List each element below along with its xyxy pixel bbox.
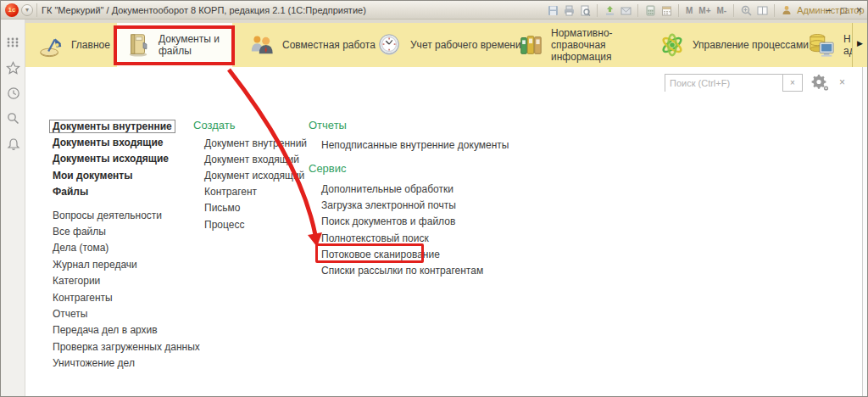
- print-preview-icon[interactable]: [579, 4, 591, 16]
- report-item-nepodpisannye[interactable]: Неподписанные внутренние документы: [321, 137, 509, 153]
- create-item-pismo[interactable]: Письмо: [204, 200, 307, 216]
- search-icon[interactable]: [6, 111, 20, 126]
- nav-item-vse-fajly[interactable]: Все файлы: [53, 223, 200, 239]
- vertical-scrollbar[interactable]: [862, 67, 868, 397]
- search-field-wrap: [665, 74, 782, 92]
- divider: [678, 4, 679, 17]
- calculator-icon[interactable]: [644, 4, 656, 16]
- service-item-dopolnitelnye-obrabotki[interactable]: Дополнительные обработки: [321, 181, 509, 197]
- reports-service-column: Отчеты Неподписанные внутренние документ…: [309, 119, 509, 278]
- favorites-star-icon[interactable]: [6, 60, 20, 75]
- folder-icon: [125, 32, 151, 58]
- titlebar-toolbar: M M+ M- Администратор i ▾: [547, 1, 868, 20]
- create-item-process[interactable]: Процесс: [204, 216, 307, 232]
- tab-label: Главное: [71, 39, 110, 51]
- memory-m-button[interactable]: M: [685, 6, 693, 15]
- left-tool-panel: [1, 20, 25, 397]
- service-item-polnotekstovyj-poisk[interactable]: Полнотекстовый поиск: [321, 230, 509, 246]
- service-item-potokovoe-skanirovanie[interactable]: Потоковое сканирование: [321, 246, 509, 262]
- app-window: 1с ▾ ГК "Меркурий" / Документооборот 8 К…: [0, 0, 868, 397]
- atom-icon: [659, 32, 685, 58]
- nav-item-kategorii[interactable]: Категории: [53, 273, 200, 289]
- apps-grid-icon[interactable]: [6, 35, 20, 49]
- clock-icon: [377, 32, 403, 58]
- nav-item-otchety[interactable]: Отчеты: [53, 305, 200, 322]
- print-icon[interactable]: [563, 4, 575, 16]
- minimize-button[interactable]: –: [826, 1, 832, 20]
- tab-nastrojka-clipped[interactable]: Над: [804, 23, 852, 67]
- memory-m-minus-button[interactable]: M-: [716, 6, 728, 15]
- divider: [36, 3, 37, 17]
- tabs-overflow-button[interactable]: ▶: [857, 39, 863, 48]
- service-item-poisk-dokumentov[interactable]: Поиск документов и файлов: [321, 214, 509, 230]
- tab-upravlenie-processami[interactable]: Управление процессами: [656, 23, 812, 67]
- app-logo-1c-icon: 1с: [5, 3, 19, 17]
- mail-icon[interactable]: [620, 4, 632, 16]
- tab-sovmestnaya-rabota[interactable]: Совместная работа: [246, 23, 379, 67]
- search-input[interactable]: [665, 75, 782, 92]
- create-item-dokument-ishodyashchij[interactable]: Документ исходящий: [204, 167, 307, 183]
- nav-item-unichtozhenie-del[interactable]: Уничтожение дел: [53, 355, 200, 371]
- tab-label: Над: [843, 33, 852, 57]
- layout-icon[interactable]: [756, 4, 768, 16]
- lamp-icon: [38, 32, 64, 58]
- nav-item-dokumenty-vnutrennie[interactable]: Документы внутренние: [53, 118, 200, 134]
- tab-label: Нормативно-справочная информация: [551, 27, 646, 63]
- panel-close-icon[interactable]: ×: [839, 76, 845, 88]
- create-item-dokument-vnutrennij[interactable]: Документ внутренний: [204, 135, 307, 151]
- title-bar: 1с ▾ ГК "Меркурий" / Документооборот 8 К…: [1, 1, 868, 20]
- send-icon[interactable]: [604, 4, 615, 16]
- tab-label: Управление процессами: [693, 39, 809, 51]
- divider: [774, 4, 775, 17]
- window-title: ГК "Меркурий" / Документооборот 8 КОРП, …: [42, 1, 366, 20]
- create-item-dokument-vhodyashchij[interactable]: Документ входящий: [204, 151, 307, 167]
- history-clock-icon[interactable]: [6, 86, 20, 100]
- service-item-zagruzka-pochty[interactable]: Загрузка электронной почты: [321, 198, 509, 214]
- nav-item-zhurnal-peredachi[interactable]: Журнал передачи: [53, 256, 200, 272]
- maximize-button[interactable]: □: [841, 1, 847, 20]
- divider: [637, 4, 638, 17]
- navigation-column: Документы внутренние Документы входящие …: [53, 118, 200, 372]
- nav-item-fajly[interactable]: Файлы: [53, 184, 200, 200]
- tab-label: Документы и файлы: [159, 33, 229, 57]
- divider: [597, 4, 598, 17]
- divider: [733, 4, 734, 17]
- close-button[interactable]: ×: [856, 1, 862, 20]
- person-icon: [781, 4, 793, 16]
- tab-uchet-rabochego-vremeni[interactable]: Учет рабочего времени: [374, 23, 525, 67]
- people-icon: [249, 32, 275, 58]
- tab-label: Учет рабочего времени: [410, 39, 521, 51]
- nav-item-dela-toma[interactable]: Дела (тома): [53, 240, 200, 256]
- nav-item-voprosy-deyatelnosti[interactable]: Вопросы деятельности: [53, 207, 200, 223]
- group-header-otchety: Отчеты: [309, 119, 509, 132]
- group-header-servis: Сервис: [309, 162, 509, 176]
- create-item-kontragent[interactable]: Контрагент: [204, 184, 307, 200]
- calendar-icon[interactable]: [660, 4, 672, 16]
- database-computer-icon: [807, 31, 836, 59]
- save-icon[interactable]: [547, 4, 559, 16]
- settings-gear-icon[interactable]: [810, 73, 830, 92]
- create-column: Создать Документ внутренний Документ вхо…: [193, 119, 307, 232]
- group-header-sozdat: Создать: [193, 119, 307, 132]
- tab-nsi[interactable]: Нормативно-справочная информация: [515, 23, 649, 67]
- nav-item-dokumenty-ishodyashchie[interactable]: Документы исходящие: [53, 151, 200, 167]
- tab-dokumenty-i-fajly[interactable]: Документы и файлы: [117, 23, 232, 67]
- nav-item-dokumenty-vhodyashchie[interactable]: Документы входящие: [53, 134, 200, 150]
- nav-item-proverka-zagruzhennyh-dannyh[interactable]: Проверка загруженных данных: [53, 338, 200, 355]
- divider: [852, 23, 853, 67]
- main-menu-button[interactable]: ▾: [21, 4, 33, 16]
- window-controls: – □ ×: [826, 1, 862, 20]
- nav-item-kontragenty[interactable]: Контрагенты: [53, 289, 200, 305]
- books-icon: [518, 32, 543, 58]
- notifications-bell-icon[interactable]: [6, 137, 20, 151]
- nav-item-moi-dokumenty[interactable]: Мои документы: [53, 167, 200, 183]
- search-clear-button[interactable]: ×: [782, 74, 803, 92]
- tab-glavnoe[interactable]: Главное: [35, 23, 114, 67]
- service-item-spiski-rassylki[interactable]: Списки рассылки по контрагентам: [321, 262, 509, 278]
- tab-label: Совместная работа: [282, 39, 376, 51]
- zoom-icon[interactable]: [740, 4, 752, 16]
- nav-item-peredacha-del-v-arhiv[interactable]: Передача дел в архив: [53, 322, 200, 338]
- memory-m-plus-button[interactable]: M+: [698, 6, 711, 15]
